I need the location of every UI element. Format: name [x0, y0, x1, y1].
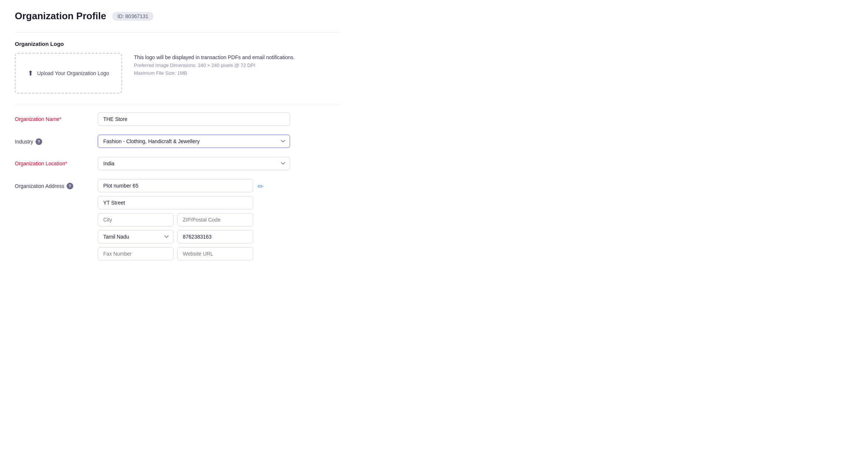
page-header: Organization Profile ID: 80367131 — [15, 10, 340, 22]
logo-info: This logo will be displayed in transacti… — [134, 53, 295, 76]
address-line1-input[interactable] — [98, 179, 253, 192]
logo-info-main: This logo will be displayed in transacti… — [134, 54, 295, 60]
org-location-select[interactable]: India USA UK Australia — [98, 157, 290, 170]
logo-section: ⬆ Upload Your Organization Logo This log… — [15, 53, 340, 94]
org-address-row: Organization Address ? — [15, 179, 340, 260]
org-name-input[interactable] — [98, 112, 290, 126]
org-location-control: India USA UK Australia — [98, 157, 290, 170]
industry-control: Fashion - Clothing, Handicraft & Jewelle… — [98, 135, 290, 148]
org-location-row: Organization Location* India USA UK Aust… — [15, 157, 340, 170]
fax-input[interactable] — [98, 247, 174, 260]
logo-section-label: Organization Logo — [15, 41, 340, 47]
address-fields: Tamil Nadu Karnataka Maharashtra Delhi — [98, 179, 253, 260]
org-name-row: Organization Name* — [15, 112, 340, 126]
state-select[interactable]: Tamil Nadu Karnataka Maharashtra Delhi — [98, 230, 174, 243]
organization-id-badge: ID: 80367131 — [112, 12, 154, 21]
phone-input[interactable] — [177, 230, 253, 243]
industry-help-icon[interactable]: ? — [36, 138, 42, 145]
industry-select[interactable]: Fashion - Clothing, Handicraft & Jewelle… — [98, 135, 290, 148]
city-input[interactable] — [98, 213, 174, 226]
logo-upload-box[interactable]: ⬆ Upload Your Organization Logo — [15, 53, 122, 94]
org-address-label: Organization Address ? — [15, 179, 89, 189]
zip-input[interactable] — [177, 213, 253, 226]
divider-top — [15, 32, 340, 33]
upload-label: Upload Your Organization Logo — [37, 70, 109, 76]
industry-label: Industry ? — [15, 135, 89, 145]
state-phone-row: Tamil Nadu Karnataka Maharashtra Delhi — [98, 230, 253, 243]
fax-website-row — [98, 247, 253, 260]
website-input[interactable] — [177, 247, 253, 260]
upload-icon: ⬆ — [28, 69, 33, 77]
address-line2-input[interactable] — [98, 196, 253, 209]
org-location-label: Organization Location* — [15, 157, 89, 166]
page-title: Organization Profile — [15, 10, 106, 22]
logo-info-size: Maximum File Size: 1MB — [134, 70, 295, 76]
address-edit-icon[interactable]: ✏ — [258, 182, 264, 191]
city-zip-row — [98, 213, 253, 226]
logo-upload-inner: ⬆ Upload Your Organization Logo — [28, 69, 109, 77]
divider-mid — [15, 104, 340, 104]
address-help-icon[interactable]: ? — [67, 183, 73, 189]
form-section: Organization Name* Industry ? Fashion - … — [15, 112, 340, 260]
org-name-label: Organization Name* — [15, 112, 89, 122]
industry-row: Industry ? Fashion - Clothing, Handicraf… — [15, 135, 340, 148]
org-name-control — [98, 112, 290, 126]
address-with-edit: Tamil Nadu Karnataka Maharashtra Delhi ✏ — [98, 179, 264, 260]
logo-info-dim: Preferred Image Dimensions: 240 × 240 pi… — [134, 63, 295, 68]
